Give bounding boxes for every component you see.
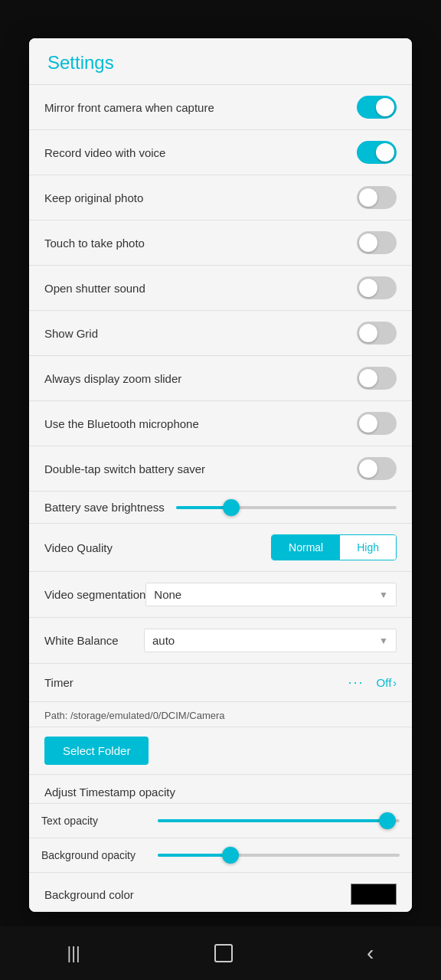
white-balance-row: White Balance auto ▼: [29, 618, 412, 664]
setting-row-zoom-slider: Always display zoom slider: [29, 356, 412, 401]
bg-opacity-row: Background opacity: [29, 838, 412, 873]
bg-opacity-fill: [158, 854, 230, 857]
toggle-zoom-slider[interactable]: [357, 367, 397, 390]
toggle-slider-bluetooth-mic: [357, 412, 397, 435]
timer-dots-icon[interactable]: ···: [348, 675, 364, 691]
video-quality-row: Video Quality Normal High: [29, 524, 412, 572]
setting-label-record-video-voice: Record video with voice: [44, 146, 357, 159]
video-quality-normal-button[interactable]: Normal: [272, 535, 340, 560]
video-segmentation-arrow-icon: ▼: [379, 590, 388, 600]
text-opacity-track[interactable]: [158, 819, 400, 822]
setting-label-mirror-front-camera: Mirror front camera when capture: [44, 101, 357, 114]
setting-row-keep-original-photo: Keep original photo: [29, 175, 412, 220]
text-opacity-thumb[interactable]: [379, 812, 396, 829]
timer-value[interactable]: Off: [377, 676, 392, 689]
video-quality-segment: Normal High: [271, 534, 397, 560]
setting-label-show-grid: Show Grid: [44, 327, 357, 340]
toggle-slider-mirror-front-camera: [357, 96, 397, 119]
text-opacity-fill: [158, 819, 387, 822]
toggle-touch-to-take-photo[interactable]: [357, 231, 397, 254]
toggle-open-shutter-sound[interactable]: [357, 276, 397, 299]
battery-brightness-row: Battery save brightness: [29, 492, 412, 524]
setting-row-mirror-front-camera: Mirror front camera when capture: [29, 85, 412, 130]
white-balance-arrow-icon: ▼: [379, 635, 388, 646]
white-balance-label: White Balance: [44, 634, 144, 647]
home-icon[interactable]: [214, 944, 233, 962]
dialog-title: Settings: [47, 52, 114, 73]
toggle-show-grid[interactable]: [357, 322, 397, 345]
timer-label: Timer: [44, 676, 348, 689]
toggle-slider-zoom-slider: [357, 367, 397, 390]
setting-row-record-video-voice: Record video with voice: [29, 130, 412, 175]
text-opacity-row: Text opacity: [29, 804, 412, 838]
timer-row: Timer ··· Off ›: [29, 664, 412, 702]
battery-brightness-thumb[interactable]: [223, 499, 240, 516]
toggle-slider-record-video-voice: [357, 141, 397, 164]
video-segmentation-dropdown[interactable]: None ▼: [145, 583, 397, 606]
toggle-keep-original-photo[interactable]: [357, 186, 397, 209]
toggle-record-video-voice[interactable]: [357, 141, 397, 164]
toggle-double-tap-battery[interactable]: [357, 457, 397, 480]
path-row: Path: /storage/emulated/0/DCIM/Camera: [29, 702, 412, 727]
bg-color-swatch[interactable]: [351, 884, 397, 905]
white-balance-value: auto: [152, 634, 175, 647]
bg-opacity-label: Background opacity: [41, 849, 149, 861]
bg-opacity-thumb[interactable]: [222, 847, 239, 864]
nav-bar: ||| ‹: [0, 926, 441, 980]
setting-row-show-grid: Show Grid: [29, 311, 412, 356]
toggle-slider-open-shutter-sound: [357, 276, 397, 299]
battery-brightness-track[interactable]: [176, 506, 397, 509]
setting-row-touch-to-take-photo: Touch to take photo: [29, 220, 412, 266]
setting-row-bluetooth-mic: Use the Bluetooth microphone: [29, 401, 412, 446]
dialog-header: Settings: [29, 38, 412, 85]
setting-row-open-shutter-sound: Open shutter sound: [29, 266, 412, 311]
toggle-slider-keep-original-photo: [357, 186, 397, 209]
video-segmentation-value: None: [154, 588, 181, 601]
bg-color-label: Background color: [44, 888, 351, 901]
bg-color-row: Background color: [29, 873, 412, 912]
dialog-body: Mirror front camera when capture Record …: [29, 85, 412, 912]
recent-apps-icon[interactable]: |||: [67, 943, 80, 963]
video-quality-high-button[interactable]: High: [340, 535, 396, 560]
setting-label-bluetooth-mic: Use the Bluetooth microphone: [44, 417, 357, 430]
timestamp-section-heading: Adjust Timestamp opacity: [29, 775, 412, 804]
toggle-slider-show-grid: [357, 322, 397, 345]
setting-row-double-tap-battery: Double-tap switch battery saver: [29, 446, 412, 492]
timer-chevron-icon: ›: [393, 677, 397, 689]
select-folder-button[interactable]: Select Folder: [44, 737, 149, 765]
setting-label-touch-to-take-photo: Touch to take photo: [44, 237, 357, 250]
setting-label-double-tap-battery: Double-tap switch battery saver: [44, 462, 357, 475]
path-text: Path: /storage/emulated/0/DCIM/Camera: [44, 710, 225, 721]
setting-label-keep-original-photo: Keep original photo: [44, 191, 357, 204]
select-folder-row: Select Folder: [29, 727, 412, 775]
setting-label-zoom-slider: Always display zoom slider: [44, 372, 357, 385]
video-segmentation-row: Video segmentation None ▼: [29, 572, 412, 618]
toggle-mirror-front-camera[interactable]: [357, 96, 397, 119]
bg-opacity-track[interactable]: [158, 854, 400, 857]
battery-brightness-label: Battery save brightness: [44, 501, 167, 514]
toggle-slider-double-tap-battery: [357, 457, 397, 480]
toggle-slider-touch-to-take-photo: [357, 231, 397, 254]
back-icon[interactable]: ‹: [367, 941, 374, 965]
toggle-bluetooth-mic[interactable]: [357, 412, 397, 435]
text-opacity-label: Text opacity: [41, 815, 149, 827]
video-quality-label: Video Quality: [44, 541, 271, 554]
video-segmentation-label: Video segmentation: [44, 588, 145, 601]
white-balance-dropdown[interactable]: auto ▼: [144, 629, 397, 652]
settings-dialog: Settings Mirror front camera when captur…: [29, 38, 412, 912]
setting-label-open-shutter-sound: Open shutter sound: [44, 282, 357, 295]
